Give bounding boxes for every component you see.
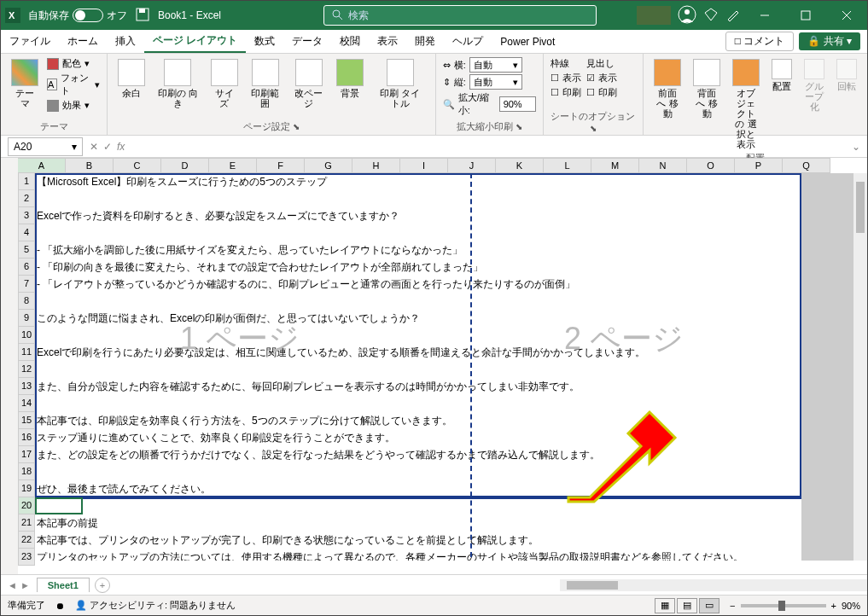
cell-row[interactable]: ぜひ、最後まで読んでみてください。 (35, 480, 211, 497)
sheet-nav-prev[interactable]: ◄ (8, 580, 17, 590)
send-back-button[interactable]: 背面へ 移動 (690, 57, 724, 120)
width-select[interactable]: 自動▾ (469, 57, 522, 73)
height-select[interactable]: 自動▾ (469, 74, 522, 90)
cell-row[interactable]: - 「印刷の向きを最後に変えたら、それまでの設定で合わせたレイアウトが全部崩れて… (35, 259, 483, 276)
margins-button[interactable]: 余白 (114, 57, 149, 100)
row-header-23[interactable]: 23 (18, 549, 35, 566)
user-icon[interactable] (678, 5, 696, 26)
row-header-21[interactable]: 21 (18, 514, 35, 532)
row-header-10[interactable]: 10 (18, 327, 35, 344)
row-header-16[interactable]: 16 (18, 429, 35, 446)
col-header-M[interactable]: M (591, 158, 639, 173)
col-header-L[interactable]: L (544, 158, 591, 173)
zoom-level[interactable]: 90% (842, 601, 860, 611)
row-header-12[interactable]: 12 (18, 361, 35, 378)
orientation-button[interactable]: 印刷の 向き (154, 57, 201, 110)
column-headers[interactable]: ABCDEFGHIJKLMNOPQ (18, 158, 853, 173)
comments-button[interactable]: □ コメント (725, 32, 795, 51)
col-header-I[interactable]: I (400, 158, 448, 173)
cells-grid[interactable]: 【Microsoft Excel】印刷をスムーズに行うための5つのステップExc… (35, 173, 853, 561)
save-icon[interactable] (136, 8, 149, 24)
share-button[interactable]: 🔒 共有 ▾ (799, 32, 860, 50)
scale-launcher[interactable]: ⬊ (516, 122, 522, 131)
printtitles-button[interactable]: 印刷 タイトル (372, 57, 428, 110)
tab-insert[interactable]: 挿入 (107, 30, 144, 53)
cell-row[interactable]: 本記事では、プリンタのセットアップが完了し、印刷できる状態になっていることを前提… (35, 532, 539, 549)
col-header-K[interactable]: K (496, 158, 544, 173)
col-header-A[interactable]: A (18, 158, 66, 173)
zoom-slider[interactable] (741, 604, 826, 607)
cell-row[interactable]: このような問題に悩まされ、Excelの印刷が面倒だ、と思ってはいないでしょうか？ (35, 310, 420, 327)
colors-button[interactable]: 配色▾ (47, 57, 100, 70)
row-header-14[interactable]: 14 (18, 395, 35, 412)
selection-pane-button[interactable]: オブジェクトの 選択と表示 (729, 57, 763, 152)
row-header-5[interactable]: 5 (18, 241, 35, 259)
headings-print-check[interactable]: ☐ 印刷 (586, 86, 617, 99)
col-header-B[interactable]: B (66, 158, 114, 173)
zoom-in-button[interactable]: + (831, 601, 836, 611)
cell-row[interactable]: Excelで印刷を行うにあたり必要な設定は、相互に関連しているため、設定する順番… (35, 344, 645, 361)
cancel-icon[interactable]: ✕ (90, 141, 98, 153)
row-header-3[interactable]: 3 (18, 207, 35, 224)
headings-view-check[interactable]: ☑ 表示 (586, 72, 617, 84)
minimize-button[interactable] (748, 3, 782, 28)
cell-row[interactable]: Excelで作った資料を印刷するとき、必要な設定をスムーズにできていますか？ (35, 207, 399, 224)
row-header-18[interactable]: 18 (18, 463, 35, 480)
bring-front-button[interactable]: 前面へ 移動 (650, 57, 684, 120)
tab-powerpivot[interactable]: Power Pivot (492, 30, 563, 53)
effects-button[interactable]: 効果▾ (47, 99, 100, 112)
tab-view[interactable]: 表示 (369, 30, 406, 53)
tab-pagelayout[interactable]: ページ レイアウト (144, 30, 246, 53)
name-box[interactable]: A20▾ (8, 137, 83, 156)
cell-row[interactable]: - 「レイアウトが整っているかどうか確認するのに、印刷プレビューと通常の画面とを… (35, 276, 575, 293)
group-button[interactable]: グループ化 (801, 57, 828, 113)
sheet-nav-next[interactable]: ► (20, 580, 30, 590)
view-pagebreak-button[interactable]: ▭ (699, 598, 719, 613)
close-button[interactable] (830, 3, 864, 28)
breaks-button[interactable]: 改ページ (289, 57, 328, 110)
gridlines-view-check[interactable]: ☐ 表示 (551, 72, 581, 84)
row-header-11[interactable]: 11 (18, 344, 35, 361)
col-header-Q[interactable]: Q (783, 158, 830, 173)
col-header-F[interactable]: F (257, 158, 305, 173)
cell-row[interactable]: プリンタのセットアップの方法については、使用する機種によって異なるので、各種メー… (35, 549, 743, 561)
fonts-button[interactable]: Aフォント▾ (47, 72, 100, 97)
col-header-N[interactable]: N (639, 158, 687, 173)
row-header-22[interactable]: 22 (18, 532, 35, 549)
row-header-1[interactable]: 1 (18, 173, 35, 190)
macro-record-icon[interactable]: ⏺ (55, 601, 65, 611)
col-header-H[interactable]: H (352, 158, 400, 173)
col-header-O[interactable]: O (687, 158, 735, 173)
enter-icon[interactable]: ✓ (103, 141, 112, 153)
row-header-2[interactable]: 2 (18, 190, 35, 207)
zoom-out-button[interactable]: − (730, 601, 735, 611)
align-button[interactable]: 配置 (768, 57, 795, 93)
account-area[interactable] (637, 6, 671, 25)
search-box[interactable]: 検索 (323, 5, 597, 26)
row-header-20[interactable]: 20 (18, 497, 35, 514)
sheetopt-launcher[interactable]: ⬊ (590, 124, 597, 133)
fx-icon[interactable]: fx (117, 141, 125, 153)
row-header-9[interactable]: 9 (18, 310, 35, 327)
gridlines-print-check[interactable]: ☐ 印刷 (551, 86, 581, 99)
tab-help[interactable]: ヘルプ (444, 30, 492, 53)
view-pagelayout-button[interactable]: ▤ (677, 598, 697, 613)
row-header-13[interactable]: 13 (18, 378, 35, 395)
accessibility-status[interactable]: 👤 アクセシビリティ: 問題ありません (75, 599, 236, 612)
sheet-tab-1[interactable]: Sheet1 (37, 578, 90, 592)
row-header-17[interactable]: 17 (18, 446, 35, 463)
tab-formulas[interactable]: 数式 (246, 30, 283, 53)
col-header-G[interactable]: G (305, 158, 352, 173)
add-sheet-button[interactable]: + (95, 578, 110, 593)
row-header-7[interactable]: 7 (18, 276, 35, 293)
col-header-P[interactable]: P (735, 158, 783, 173)
rotate-button[interactable]: 回転 (833, 57, 860, 93)
diamond-icon[interactable] (703, 7, 719, 25)
printarea-button[interactable]: 印刷範囲 (247, 57, 285, 110)
tab-home[interactable]: ホーム (59, 30, 107, 53)
size-button[interactable]: サイズ (207, 57, 242, 110)
row-header-6[interactable]: 6 (18, 259, 35, 276)
formula-expand-icon[interactable]: ⌄ (852, 141, 867, 153)
tab-file[interactable]: ファイル (1, 30, 59, 53)
col-header-D[interactable]: D (161, 158, 209, 173)
